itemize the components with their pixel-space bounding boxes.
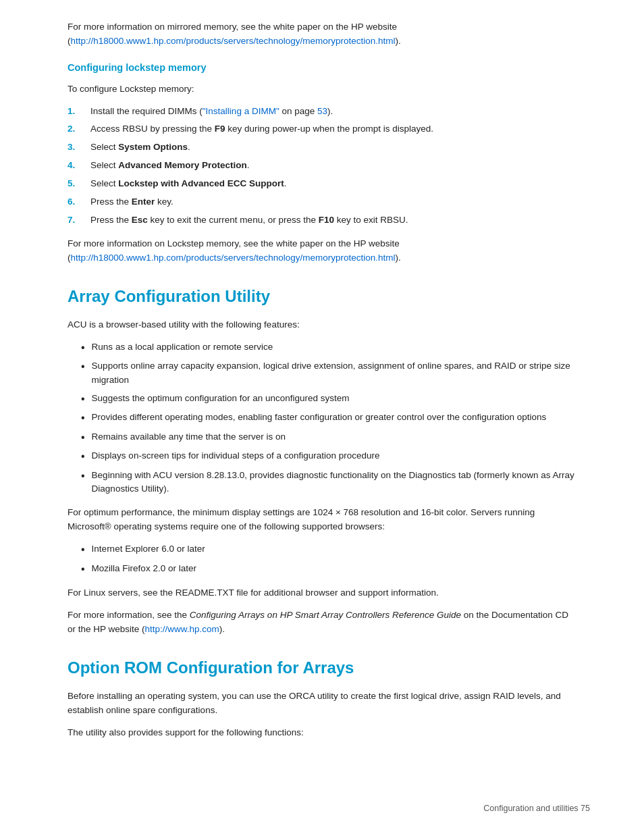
step-3: 3. Select System Options.	[68, 140, 576, 155]
array-config-title: Array Configuration Utility	[68, 284, 576, 309]
page-footer: Configuration and utilities 75	[483, 802, 590, 815]
acu-bullet-7-text: Beginning with ACU version 8.28.13.0, pr…	[92, 469, 576, 497]
lockstep-footer-link[interactable]: http://h18000.www1.hp.com/products/serve…	[71, 253, 396, 263]
step-4-num: 4.	[68, 159, 86, 173]
system-options-label: System Options	[118, 142, 188, 152]
advanced-memory-protection-label: Advanced Memory Protection	[118, 160, 247, 170]
option-rom-section: Option ROM Configuration for Arrays Befo…	[68, 656, 576, 740]
browser-bullets: Internet Explorer 6.0 or later Mozilla F…	[81, 542, 576, 577]
step-2-text: Access RBSU by pressing the F9 key durin…	[90, 122, 433, 136]
page: For more information on mirrored memory,…	[0, 0, 644, 834]
step-4: 4. Select Advanced Memory Protection.	[68, 159, 576, 173]
more-info-italic: Configuring Arrays on HP Smart Array Con…	[190, 610, 461, 620]
step-5: 5. Select Lockstep with Advanced ECC Sup…	[68, 177, 576, 191]
acu-bullet-3-text: Suggests the optimum configuration for a…	[92, 392, 350, 406]
acu-bullet-1: Runs as a local application or remote se…	[81, 340, 576, 355]
intro-text-before: For more information on mirrored memory,…	[68, 22, 397, 32]
lockstep-intro: To configure Lockstep memory:	[68, 82, 576, 97]
browser-bullet-1: Internet Explorer 6.0 or later	[81, 542, 576, 557]
step-3-text: Select System Options.	[90, 140, 190, 155]
browser-bullet-2: Mozilla Firefox 2.0 or later	[81, 562, 576, 577]
step-7-num: 7.	[68, 213, 86, 228]
browser-bullet-1-text: Internet Explorer 6.0 or later	[92, 542, 205, 556]
option-rom-para1: Before installing an operating system, y…	[68, 689, 576, 718]
hp-com-link[interactable]: http://www.hp.com	[145, 624, 219, 634]
more-info-before: For more information, see the	[68, 610, 190, 620]
intro-link[interactable]: http://h18000.www1.hp.com/products/serve…	[71, 36, 396, 46]
acu-bullet-2-text: Supports online array capacity expansion…	[92, 359, 576, 388]
footer-text: Configuration and utilities 75	[483, 804, 590, 813]
acu-bullets: Runs as a local application or remote se…	[81, 340, 576, 497]
array-config-section: Array Configuration Utility ACU is a bro…	[68, 284, 576, 637]
page-53-link[interactable]: 53	[317, 106, 327, 116]
acu-bullet-7: Beginning with ACU version 8.28.13.0, pr…	[81, 469, 576, 497]
option-rom-para2: The utility also provides support for th…	[68, 726, 576, 740]
step-6-text: Press the Enter key.	[90, 195, 173, 209]
intro-paragraph: For more information on mirrored memory,…	[68, 20, 576, 49]
intro-suffix: ).	[395, 36, 400, 46]
step-6-num: 6.	[68, 195, 86, 209]
installing-dimm-link[interactable]: "Installing a DIMM"	[203, 106, 279, 116]
step-1: 1. Install the required DIMMs ("Installi…	[68, 105, 576, 119]
browser-bullet-2-text: Mozilla Firefox 2.0 or later	[92, 562, 196, 576]
acu-bullet-1-text: Runs as a local application or remote se…	[92, 340, 273, 355]
acu-bullet-3: Suggests the optimum configuration for a…	[81, 392, 576, 407]
lockstep-steps: 1. Install the required DIMMs ("Installi…	[68, 105, 576, 228]
step-7: 7. Press the Esc key to exit the current…	[68, 213, 576, 228]
step-3-num: 3.	[68, 140, 86, 155]
more-info-text: For more information, see the Configurin…	[68, 608, 576, 637]
acu-intro: ACU is a browser-based utility with the …	[68, 318, 576, 332]
more-info-suffix: ).	[219, 624, 225, 634]
acu-bullet-6: Displays on-screen tips for individual s…	[81, 449, 576, 464]
linux-text: For Linux servers, see the README.TXT fi…	[68, 586, 576, 600]
acu-bullet-6-text: Displays on-screen tips for individual s…	[92, 449, 380, 463]
step-1-num: 1.	[68, 105, 86, 119]
acu-bullet-4: Provides different operating modes, enab…	[81, 411, 576, 425]
step-5-text: Select Lockstep with Advanced ECC Suppor…	[90, 177, 287, 191]
step-5-num: 5.	[68, 177, 86, 191]
acu-bullet-2: Supports online array capacity expansion…	[81, 359, 576, 388]
step-2-num: 2.	[68, 122, 86, 136]
step-1-text: Install the required DIMMs ("Installing …	[90, 105, 333, 119]
option-rom-title: Option ROM Configuration for Arrays	[68, 656, 576, 680]
lockstep-title: Configuring lockstep memory	[68, 61, 576, 76]
f10-key: F10	[319, 215, 334, 225]
enter-key: Enter	[132, 197, 155, 207]
esc-key: Esc	[132, 215, 148, 225]
lockstep-footer-suffix: ).	[395, 253, 400, 263]
performance-text: For optimum performance, the minimum dis…	[68, 506, 576, 534]
step-7-text: Press the Esc key to exit the current me…	[90, 213, 408, 228]
lockstep-subsection: Configuring lockstep memory To configure…	[68, 61, 576, 265]
lockstep-footer-text: For more information on Lockstep memory,…	[68, 238, 400, 249]
acu-bullet-4-text: Provides different operating modes, enab…	[92, 411, 547, 425]
step-4-text: Select Advanced Memory Protection.	[90, 159, 250, 173]
step-6: 6. Press the Enter key.	[68, 195, 576, 209]
step-2: 2. Access RBSU by pressing the F9 key du…	[68, 122, 576, 136]
lockstep-ecc-label: Lockstep with Advanced ECC Support	[118, 178, 284, 188]
acu-bullet-5-text: Remains available any time that the serv…	[92, 430, 286, 444]
f9-key: F9	[215, 124, 225, 134]
acu-bullet-5: Remains available any time that the serv…	[81, 430, 576, 445]
lockstep-footer: For more information on Lockstep memory,…	[68, 237, 576, 265]
